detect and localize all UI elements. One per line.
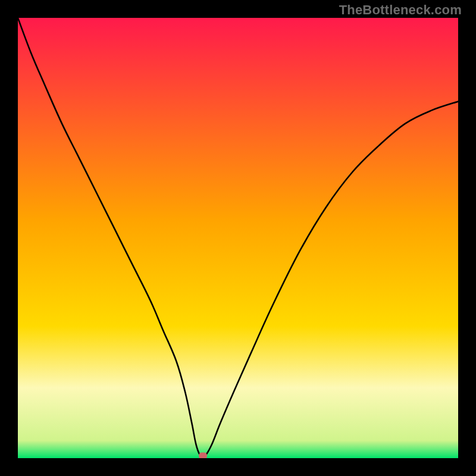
chart-frame: TheBottleneck.com: [0, 0, 476, 476]
sweet-spot-marker: [199, 453, 207, 458]
gradient-background: [18, 18, 458, 458]
plot-area: [18, 18, 458, 458]
watermark-text: TheBottleneck.com: [339, 2, 462, 18]
